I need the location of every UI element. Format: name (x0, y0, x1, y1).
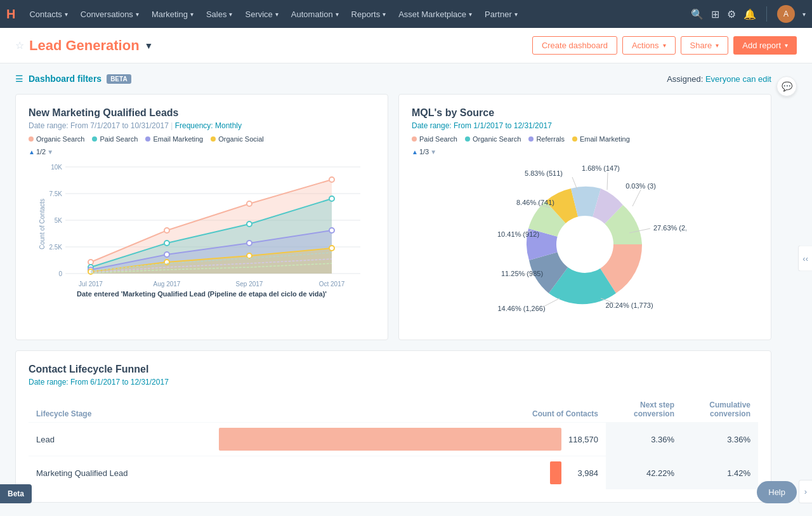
assigned-prefix: Assigned: (667, 74, 703, 84)
nav-item-partner[interactable]: Partner▾ (478, 10, 524, 19)
legend-paid-search: Paid Search (92, 135, 138, 143)
mql-page-num: 1/2 (36, 148, 46, 155)
count-mql: 3,984 (566, 468, 598, 478)
bar-cell-mql: 3,984 (211, 456, 606, 490)
add-report-button[interactable]: Add report▾ (733, 36, 797, 55)
chat-bubble[interactable]: 💬 (776, 76, 797, 96)
mql-prev-arrow[interactable]: ▲ (29, 149, 35, 155)
grid-icon[interactable]: ⊞ (711, 8, 719, 20)
svg-point-24 (329, 196, 334, 201)
svg-point-22 (164, 241, 169, 246)
favorite-icon[interactable]: ☆ (15, 39, 24, 51)
svg-point-18 (247, 201, 252, 206)
nav-item-conversations[interactable]: Conversations▾ (74, 10, 145, 19)
mql-pagination[interactable]: ▲ 1/2 ▼ (29, 148, 375, 155)
svg-point-29 (329, 228, 334, 233)
next-step-lead: 3.36% (606, 423, 682, 456)
svg-text:Aug 2017: Aug 2017 (154, 281, 181, 288)
svg-line-53 (632, 190, 641, 206)
filter-label[interactable]: Dashboard filters (29, 74, 102, 84)
assigned-link[interactable]: Everyone can edit (705, 74, 771, 84)
stage-lead: Lead (29, 423, 211, 456)
svg-line-52 (607, 173, 608, 190)
nav-item-service[interactable]: Service▾ (239, 10, 284, 19)
source-prev-arrow[interactable]: ▲ (412, 149, 418, 155)
share-button[interactable]: Share▾ (681, 36, 729, 55)
source-card: MQL's by Source Date range: From 1/1/201… (398, 94, 771, 340)
svg-text:14.46% (1,266): 14.46% (1,266) (497, 305, 545, 312)
table-row-mql: Marketing Qualified Lead 3,984 42.22% 1.… (29, 456, 758, 490)
count-lead: 118,570 (566, 435, 598, 444)
svg-point-23 (247, 222, 252, 227)
nav-items: Contacts▾ Conversations▾ Marketing▾ Sale… (23, 10, 691, 19)
cards-row: New Marketing Qualified Leads Date range… (15, 94, 771, 340)
top-navigation: H Contacts▾ Conversations▾ Marketing▾ Sa… (0, 0, 812, 28)
bar-cell-lead: 118,570 (211, 423, 606, 456)
svg-text:10.41% (912): 10.41% (912) (497, 230, 539, 238)
help-button[interactable]: Help (757, 481, 797, 503)
bar-mql (550, 461, 561, 484)
notifications-icon[interactable]: 🔔 (743, 8, 756, 20)
svg-text:0.03% (3): 0.03% (3) (625, 182, 656, 190)
title-dropdown-icon[interactable]: ▼ (145, 41, 154, 51)
source-next-arrow[interactable]: ▼ (430, 149, 436, 155)
legend-organic-search: Organic Search (465, 135, 521, 143)
mql-card-title: New Marketing Qualified Leads (29, 107, 375, 119)
nav-item-reports[interactable]: Reports▾ (345, 10, 393, 19)
nav-item-sales[interactable]: Sales▾ (200, 10, 239, 19)
nav-next-button[interactable]: › (799, 480, 812, 503)
avatar-chevron[interactable]: ▾ (802, 11, 806, 18)
nav-right-icons: 🔍 ⊞ ⚙ 🔔 A ▾ (691, 5, 806, 23)
svg-point-17 (164, 228, 169, 233)
stage-mql: Marketing Qualified Lead (29, 456, 211, 490)
svg-point-28 (247, 241, 252, 246)
user-avatar[interactable]: A (777, 5, 795, 23)
hubspot-logo[interactable]: H (6, 7, 15, 22)
svg-point-35 (556, 216, 613, 273)
nav-item-marketing[interactable]: Marketing▾ (145, 10, 200, 19)
source-pagination[interactable]: ▲ 1/3 ▼ (412, 148, 758, 155)
col-next-step: Next step conversion (606, 397, 682, 423)
funnel-table: Lifecycle Stage Count of Contacts Next s… (29, 397, 758, 489)
nav-item-asset-marketplace[interactable]: Asset Marketplace▾ (392, 10, 478, 19)
funnel-card-date: Date range: From 6/1/2017 to 12/31/2017 (29, 378, 758, 387)
page-title-area: ☆ Lead Generation ▼ (15, 37, 532, 54)
svg-text:2.5K: 2.5K (49, 244, 62, 251)
page-header: ☆ Lead Generation ▼ Create dashboard Act… (0, 28, 812, 63)
legend-paid-search: Paid Search (412, 135, 457, 143)
settings-icon[interactable]: ⚙ (727, 8, 736, 20)
svg-point-27 (164, 252, 169, 257)
beta-button[interactable]: Beta (0, 484, 32, 503)
pie-chart-container: 27.63% (2,420) 20.24% (1,773) 14.46% (1,… (412, 162, 758, 327)
svg-text:Count of Contacts: Count of Contacts (39, 199, 46, 249)
main-content: ☰ Dashboard filters BETA Assigned: Every… (0, 63, 787, 513)
bar-lead (219, 428, 561, 451)
cumulative-mql: 1.42% (682, 456, 758, 490)
nav-item-automation[interactable]: Automation▾ (285, 10, 345, 19)
search-icon[interactable]: 🔍 (691, 8, 704, 20)
svg-text:Jul 2017: Jul 2017 (79, 281, 103, 288)
svg-text:11.25% (985): 11.25% (985) (501, 270, 543, 277)
mql-next-arrow[interactable]: ▼ (47, 149, 53, 155)
mql-card-date: Date range: From 7/1/2017 to 10/31/2017 … (29, 121, 375, 130)
beta-badge: BETA (107, 74, 131, 84)
assigned-area: Assigned: Everyone can edit (667, 74, 771, 84)
svg-text:5.83% (511): 5.83% (511) (525, 169, 563, 177)
page-title: Lead Generation (29, 37, 140, 54)
filter-icon: ☰ (15, 74, 23, 84)
create-dashboard-button[interactable]: Create dashboard (532, 36, 617, 55)
svg-text:8.46% (741): 8.46% (741) (516, 199, 554, 206)
col-cumulative: Cumulative conversion (682, 397, 758, 423)
funnel-card-title: Contact Lifecycle Funnel (29, 364, 758, 375)
line-chart-svg: 10K 7.5K 5K 2.5K 0 Jul 2017 Aug 2017 Sep… (29, 161, 375, 294)
svg-text:0: 0 (58, 270, 62, 277)
nav-divider (766, 6, 767, 22)
legend-referrals: Referrals (528, 135, 565, 143)
actions-button[interactable]: Actions▾ (622, 36, 676, 55)
svg-text:5K: 5K (55, 217, 63, 224)
funnel-card: Contact Lifecycle Funnel Date range: Fro… (15, 350, 771, 503)
sidebar-toggle[interactable]: ‹‹ (798, 245, 812, 271)
svg-text:Oct 2017: Oct 2017 (319, 281, 345, 288)
svg-text:Sep 2017: Sep 2017 (236, 281, 263, 288)
nav-item-contacts[interactable]: Contacts▾ (23, 10, 74, 19)
